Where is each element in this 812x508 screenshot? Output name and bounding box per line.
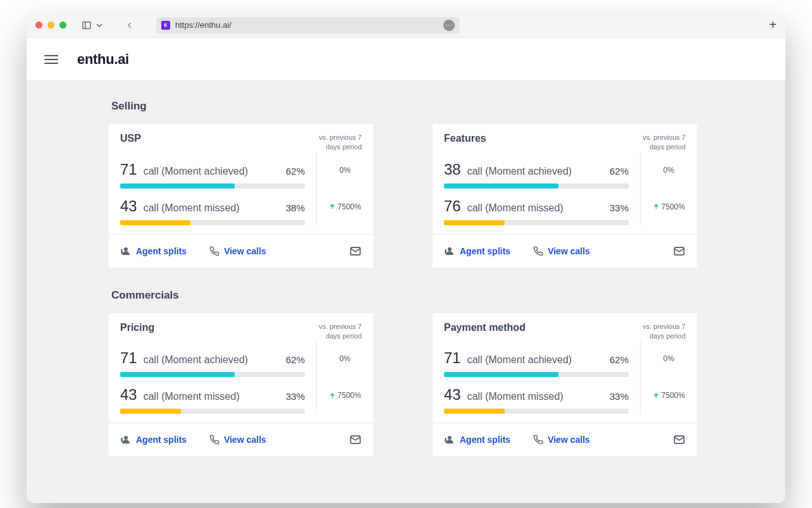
phone-icon (533, 435, 543, 445)
mail-icon (349, 433, 362, 446)
site-favicon: E (161, 21, 170, 30)
card-title: USP (120, 133, 305, 144)
compare-label: vs. previous 7 days period (629, 133, 686, 152)
maximize-window-button[interactable] (59, 22, 66, 28)
minimize-window-button[interactable] (47, 22, 54, 28)
delta-value: 0% (663, 354, 674, 363)
new-tab-button[interactable]: + (769, 18, 777, 32)
addr-more-icon[interactable]: ⋯ (443, 20, 455, 31)
mail-button[interactable] (349, 433, 362, 446)
progress-bar (120, 372, 305, 377)
delta-cell: 7500% (316, 189, 373, 225)
agent-splits-link[interactable]: Agent splits (444, 434, 510, 445)
delta-cell: 0% (640, 340, 697, 377)
agent-splits-label: Agent splits (460, 246, 510, 256)
people-icon (120, 434, 132, 445)
delta-value: 0% (663, 166, 674, 175)
delta-value: 7500% (338, 202, 361, 211)
card-title: Features (444, 133, 629, 144)
metric-row: 38 call (Moment achieved) 62% 0% (433, 152, 697, 189)
metric-label: call (Moment missed) (144, 391, 280, 402)
svg-rect-12 (445, 438, 446, 442)
metric-count: 38 (444, 161, 461, 178)
people-icon (120, 245, 132, 257)
traffic-lights (35, 22, 66, 28)
url-text: https://enthu.ai/ (175, 20, 231, 30)
metric-label: call (Moment achieved) (144, 354, 280, 366)
mail-icon (673, 245, 686, 257)
metric-main: 76 call (Moment missed) 33% (444, 189, 640, 225)
metric-pct: 38% (286, 202, 305, 213)
metric-pct: 62% (610, 354, 629, 365)
delta-cell: 0% (316, 152, 373, 189)
phone-icon (209, 435, 219, 445)
delta-cell: 7500% (316, 377, 373, 414)
arrow-up-icon (329, 203, 336, 210)
metric-pct: 33% (610, 391, 629, 402)
progress-fill (120, 372, 235, 377)
progress-bar (444, 372, 629, 377)
card-footer: Agent splits View calls (109, 234, 373, 268)
metric-pct: 33% (286, 391, 305, 402)
mail-button[interactable] (673, 433, 686, 446)
progress-bar (444, 220, 629, 225)
people-icon (444, 245, 455, 257)
view-calls-label: View calls (224, 435, 266, 445)
progress-fill (444, 409, 505, 414)
progress-fill (444, 183, 558, 189)
view-calls-label: View calls (548, 435, 590, 445)
dashboard: Selling USP vs. previous 7 days period 7… (109, 81, 703, 456)
agent-splits-label: Agent splits (460, 435, 510, 445)
arrow-up-icon (653, 203, 660, 210)
metric-row: 71 call (Moment achieved) 62% 0% (109, 340, 373, 377)
progress-fill (120, 220, 190, 225)
progress-bar (120, 220, 305, 225)
view-calls-link[interactable]: View calls (533, 246, 590, 256)
metric-label: call (Moment missed) (467, 202, 603, 214)
nav-back-button[interactable] (125, 20, 135, 30)
metric-pct: 62% (286, 166, 305, 177)
view-calls-link[interactable]: View calls (209, 246, 266, 256)
close-window-button[interactable] (35, 22, 42, 28)
browser-window: E https://enthu.ai/ ⋯ + enthu.ai Selling… (27, 13, 785, 503)
mail-button[interactable] (673, 245, 686, 257)
compare-label: vs. previous 7 days period (305, 322, 362, 341)
delta-cell: 0% (316, 340, 373, 377)
metric-card: Pricing vs. previous 7 days period 71 ca… (109, 313, 373, 457)
agent-splits-link[interactable]: Agent splits (444, 245, 510, 257)
metric-card: Payment method vs. previous 7 days perio… (433, 313, 697, 457)
agent-splits-link[interactable]: Agent splits (120, 245, 187, 257)
metric-count: 71 (120, 349, 137, 367)
address-bar[interactable]: E https://enthu.ai/ ⋯ (156, 17, 460, 34)
view-calls-label: View calls (224, 246, 266, 256)
progress-bar (444, 183, 629, 189)
metric-pct: 33% (610, 202, 629, 213)
metric-card: Features vs. previous 7 days period 38 c… (433, 124, 697, 268)
phone-icon (533, 246, 543, 256)
metric-main: 71 call (Moment achieved) 62% (120, 152, 316, 189)
metric-label: call (Moment achieved) (467, 354, 603, 366)
mail-button[interactable] (349, 245, 362, 257)
metric-count: 71 (444, 349, 461, 367)
phone-icon (209, 246, 219, 256)
arrow-up-icon (329, 392, 336, 399)
metric-label: call (Moment achieved) (144, 166, 280, 177)
metric-main: 43 call (Moment missed) 33% (444, 377, 640, 414)
view-calls-link[interactable]: View calls (209, 435, 266, 445)
delta-value: 0% (340, 166, 350, 175)
metric-pct: 62% (610, 166, 629, 177)
metric-main: 43 call (Moment missed) 38% (120, 189, 316, 225)
metric-row: 71 call (Moment achieved) 62% 0% (433, 340, 697, 377)
view-calls-link[interactable]: View calls (533, 435, 590, 445)
menu-icon[interactable] (44, 55, 58, 64)
card-footer: Agent splits View calls (109, 423, 373, 456)
agent-splits-link[interactable]: Agent splits (120, 434, 187, 445)
svg-rect-0 (83, 22, 90, 28)
metric-row: 71 call (Moment achieved) 62% 0% (109, 152, 373, 189)
sidebar-toggle-button[interactable] (82, 20, 104, 30)
progress-bar (120, 183, 305, 189)
card-footer: Agent splits View calls (433, 423, 697, 456)
compare-label: vs. previous 7 days period (305, 133, 362, 152)
svg-rect-9 (121, 438, 123, 442)
agent-splits-label: Agent splits (136, 435, 187, 445)
